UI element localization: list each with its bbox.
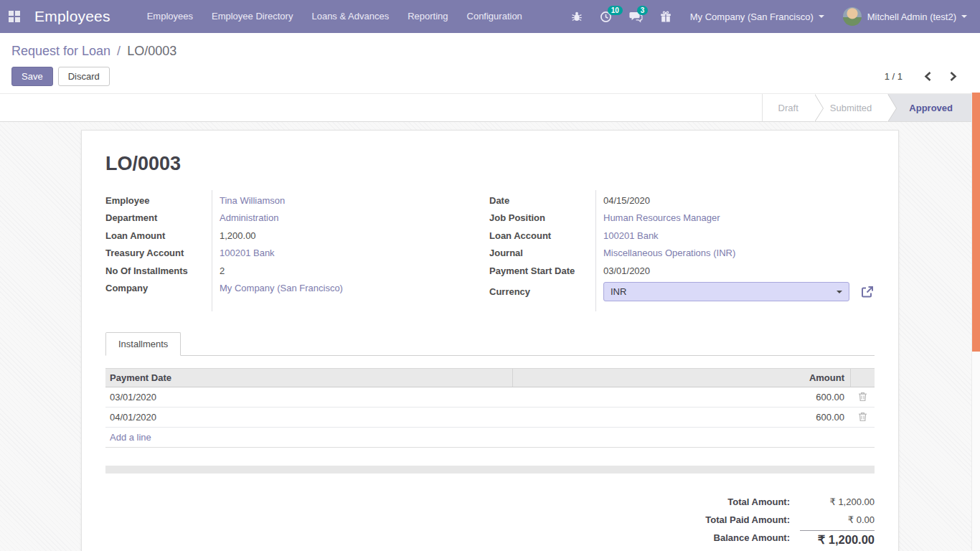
table-header-row: Payment Date Amount — [105, 368, 875, 387]
user-name: Mitchell Admin (test2) — [867, 11, 956, 22]
delete-row-button[interactable] — [850, 392, 875, 402]
save-button[interactable]: Save — [11, 67, 53, 86]
field-label-date: Date — [489, 195, 595, 206]
field-label-treasury-account: Treasury Account — [105, 248, 212, 258]
cell-amount[interactable]: 600.00 — [512, 392, 850, 402]
status-step-draft[interactable]: Draft — [762, 94, 814, 121]
cell-payment-date[interactable]: 03/01/2020 — [105, 392, 512, 402]
pager-next-button[interactable] — [943, 71, 963, 82]
chevron-down-icon — [961, 15, 967, 18]
menu-item-reporting[interactable]: Reporting — [398, 0, 457, 33]
field-label-currency: Currency — [489, 286, 595, 297]
breadcrumb: Request for Loan / LO/0003 — [11, 42, 980, 60]
breadcrumb-current: LO/0003 — [127, 44, 176, 58]
breadcrumb-parent-link[interactable]: Request for Loan — [11, 44, 110, 58]
user-menu[interactable]: Mitchell Admin (test2) — [843, 7, 967, 26]
chevron-right-icon — [948, 71, 958, 82]
form-view-background: LO/0003 EmployeeTina Williamson Departme… — [0, 122, 980, 551]
column-header-actions — [850, 369, 875, 387]
field-label-no-of-installments: No Of Installments — [105, 265, 212, 276]
currency-selected-value: INR — [611, 286, 626, 297]
field-value-date[interactable]: 04/15/2020 — [595, 195, 650, 206]
cell-payment-date[interactable]: 04/01/2020 — [105, 412, 512, 423]
field-label-job-position: Job Position — [489, 212, 595, 223]
breadcrumb-separator: / — [114, 44, 123, 58]
field-label-company: Company — [105, 283, 212, 293]
field-label-payment-start-date: Payment Start Date — [489, 265, 595, 276]
totals-summary: Total Amount: ₹ 1,200.00 Total Paid Amou… — [616, 493, 875, 547]
field-value-department[interactable]: Administration — [212, 212, 278, 223]
external-link-icon — [860, 285, 875, 299]
field-label-loan-account: Loan Account — [489, 230, 595, 241]
activities-badge: 10 — [608, 6, 623, 15]
vertical-scrollbar-thumb[interactable] — [972, 93, 980, 352]
activities-button[interactable]: 10 — [600, 11, 612, 23]
table-row[interactable]: 04/01/2020 600.00 — [105, 408, 875, 428]
form-sheet: LO/0003 EmployeeTina Williamson Departme… — [81, 130, 899, 551]
field-value-payment-start-date[interactable]: 03/01/2020 — [595, 265, 650, 276]
trash-icon — [858, 412, 867, 422]
rewards-button[interactable] — [660, 11, 672, 23]
company-switcher[interactable]: My Company (San Francisco) — [690, 11, 824, 22]
add-a-line-link[interactable]: Add a line — [105, 428, 875, 448]
field-label-department: Department — [105, 212, 212, 223]
company-name: My Company (San Francisco) — [690, 11, 814, 22]
table-horizontal-scrollbar[interactable] — [105, 466, 875, 474]
field-value-loan-account[interactable]: 100201 Bank — [595, 230, 659, 241]
total-paid-amount-value: ₹ 0.00 — [800, 514, 875, 525]
chevron-down-icon — [819, 15, 824, 18]
field-value-employee[interactable]: Tina Williamson — [212, 195, 285, 206]
field-group-right: Date04/15/2020 Job PositionHuman Resourc… — [489, 192, 875, 311]
main-menu: Employees Employee Directory Loans & Adv… — [138, 0, 532, 33]
column-header-amount[interactable]: Amount — [512, 369, 850, 387]
total-amount-value: ₹ 1,200.00 — [800, 496, 875, 507]
menu-item-configuration[interactable]: Configuration — [458, 0, 532, 33]
field-value-job-position[interactable]: Human Resources Manager — [595, 212, 720, 223]
field-value-company[interactable]: My Company (San Francisco) — [212, 283, 343, 293]
field-value-loan-amount[interactable]: 1,200.00 — [212, 230, 256, 241]
balance-amount-value: ₹ 1,200.00 — [800, 530, 875, 547]
top-navbar: Employees Employees Employee Directory L… — [0, 0, 980, 33]
bug-icon — [571, 11, 583, 22]
menu-item-employees[interactable]: Employees — [138, 0, 202, 33]
pager-count: 1 / 1 — [885, 71, 903, 82]
messages-badge: 3 — [637, 6, 649, 15]
field-value-journal[interactable]: Miscellaneous Operations (INR) — [595, 248, 735, 258]
menu-item-loans-advances[interactable]: Loans & Advances — [302, 0, 398, 33]
tab-installments[interactable]: Installments — [105, 332, 181, 356]
discard-button[interactable]: Discard — [58, 67, 110, 86]
field-value-treasury-account[interactable]: 100201 Bank — [212, 248, 275, 258]
field-value-no-of-installments[interactable]: 2 — [212, 265, 225, 276]
chevron-left-icon — [923, 71, 933, 82]
table-row[interactable]: 03/01/2020 600.00 — [105, 387, 875, 408]
trash-icon — [858, 392, 867, 402]
navbar-systray: 10 3 My Company (San Francisco) Mitchell… — [554, 7, 980, 26]
total-amount-label: Total Amount: — [616, 496, 800, 507]
debug-button[interactable] — [571, 11, 583, 22]
app-title: Employees — [34, 8, 110, 25]
total-paid-amount-label: Total Paid Amount: — [616, 514, 800, 525]
field-label-loan-amount: Loan Amount — [105, 230, 212, 241]
control-panel: Request for Loan / LO/0003 Save Discard … — [0, 33, 980, 93]
delete-row-button[interactable] — [850, 412, 875, 422]
apps-menu-button[interactable] — [0, 0, 29, 33]
pager-previous-button[interactable] — [918, 71, 938, 82]
field-groups: EmployeeTina Williamson DepartmentAdmini… — [105, 192, 875, 311]
cell-amount[interactable]: 600.00 — [512, 412, 850, 423]
notebook-tabs: Installments — [105, 332, 875, 356]
field-group-left: EmployeeTina Williamson DepartmentAdmini… — [105, 192, 476, 311]
menu-item-employee-directory[interactable]: Employee Directory — [202, 0, 302, 33]
currency-external-link-button[interactable] — [860, 285, 875, 299]
installments-table: Payment Date Amount 03/01/2020 600.00 — [105, 368, 875, 474]
field-label-journal: Journal — [489, 248, 595, 258]
field-label-employee: Employee — [105, 195, 212, 206]
gift-icon — [660, 11, 672, 23]
messages-button[interactable]: 3 — [629, 11, 643, 23]
currency-select[interactable]: INR — [603, 282, 849, 301]
column-header-payment-date[interactable]: Payment Date — [105, 372, 512, 383]
status-step-submitted[interactable]: Submitted — [814, 94, 888, 121]
main-area: LO/0003 EmployeeTina Williamson Departme… — [0, 93, 980, 550]
balance-amount-label: Balance Amount: — [616, 532, 800, 543]
vertical-scrollbar[interactable] — [971, 93, 980, 550]
chevron-down-icon — [837, 291, 842, 293]
